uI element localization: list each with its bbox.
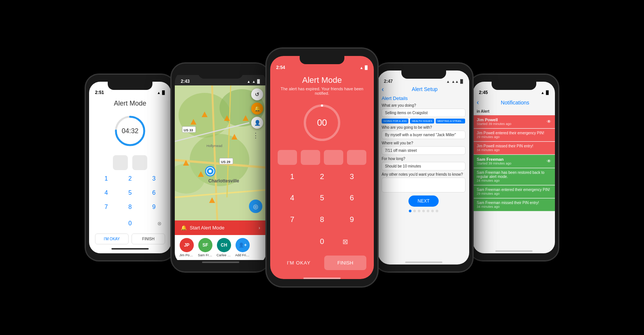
key-r8[interactable]: 8 <box>307 212 337 232</box>
phone-1: 2:51 ▲ ▉ Alert Mode 04:32 <box>85 74 175 261</box>
field-label-1: Who are you going to be with? <box>382 125 465 129</box>
what-doing-input[interactable]: Selling items on Craigslist <box>382 109 465 117</box>
svg-text:US 33: US 33 <box>184 128 193 132</box>
next-button[interactable]: NEXT <box>408 195 438 207</box>
notif-name-2: Jim Powell entered their emergency PIN! <box>477 131 551 135</box>
notif-item-1[interactable]: Jim Powell Started 39 minutes ago 👁 <box>473 115 555 128</box>
key-8[interactable]: 8 <box>119 201 141 213</box>
field-label-0: What are you doing? <box>382 103 465 107</box>
tag-health[interactable]: HEALTH ISSUES <box>410 119 434 123</box>
key-r9[interactable]: 9 <box>337 212 366 232</box>
notif-screen-title: Notifications <box>479 97 551 107</box>
friends-bar: JP Jim Powell SF Sam Freem... CH Carlee … <box>175 235 266 260</box>
svg-text:US 29: US 29 <box>221 160 230 164</box>
key-6[interactable]: 6 <box>143 187 165 199</box>
circle-timer-3: 00 <box>302 102 342 143</box>
phone-5-screen: 2:45 ▲ ▉ ‹ Notifications in Alert Jim Po… <box>473 82 555 253</box>
chevron-right-icon: › <box>259 225 260 231</box>
jp-avatar: JP <box>180 238 194 252</box>
phone-3: 2:54 ▲ ▉ Alert Mode The alert has expire… <box>266 48 378 287</box>
home-indicator-3 <box>303 278 341 279</box>
quick-tags: GOING FOR A JOG HEALTH ISSUES MEETING A … <box>382 119 465 123</box>
where-be-input[interactable]: 7/11 off main street <box>382 146 465 155</box>
bottom-btns-3: I'M OKAY FINISH <box>270 253 374 276</box>
notif-time-5: 24 minutes ago <box>477 179 551 182</box>
notif-name-6: Sam Freeman entered their emergency PIN! <box>477 188 551 192</box>
wifi-icon-5: ▲ <box>541 91 544 95</box>
refresh-icon-btn[interactable]: ↺ <box>251 88 263 100</box>
finish-button-3[interactable]: FINISH <box>324 256 366 270</box>
dot-6 <box>431 210 434 212</box>
key-r6[interactable]: 6 <box>337 190 366 210</box>
friend-ch[interactable]: CH Carlee Han... <box>217 238 231 257</box>
bottom-btns-1: I'M OKAY FINISH <box>89 231 171 247</box>
notif-item-4[interactable]: Sam Freeman Started 39 minutes ago 👁 <box>473 155 555 168</box>
notif-item-5[interactable]: Sam Freeman has been restored back to re… <box>473 168 555 185</box>
location-button[interactable]: ◎ <box>249 200 262 213</box>
okay-button-3[interactable]: I'M OKAY <box>278 256 320 270</box>
notif-item-6[interactable]: Sam Freeman entered their emergency PIN!… <box>473 185 555 198</box>
key-5[interactable]: 5 <box>119 187 141 199</box>
ch-avatar: CH <box>217 238 231 252</box>
key-3[interactable]: 3 <box>143 172 165 185</box>
key-r1[interactable]: 1 <box>278 169 307 189</box>
key-r3[interactable]: 3 <box>337 169 366 189</box>
key-r2[interactable]: 2 <box>307 169 337 189</box>
notes-textarea[interactable] <box>382 178 465 192</box>
person-icon-btn[interactable]: 👤 <box>251 117 263 129</box>
friend-sf[interactable]: SF Sam Freem... <box>198 238 213 257</box>
key-4[interactable]: 4 <box>95 187 117 199</box>
key-9[interactable]: 9 <box>143 201 165 213</box>
phone-2: 2:43 ▲ ▲ ▉ <box>171 63 270 272</box>
okay-button-1[interactable]: I'M OKAY <box>95 234 129 244</box>
key-delete-3[interactable]: ⊠ <box>324 238 366 246</box>
who-with-input[interactable]: By myself with a buyer named "Jack Mille… <box>382 131 465 139</box>
phones-container: 2:51 ▲ ▉ Alert Mode 04:32 <box>0 0 644 335</box>
map-area: Charlottesville US 33 US 29 Hollymead <box>175 85 266 220</box>
notif-header: ‹ Notifications <box>473 97 555 108</box>
dot-1 <box>409 210 411 212</box>
finish-button-1[interactable]: FINISH <box>132 234 165 244</box>
alert-setup-header: ‹ Alert Setup <box>378 85 469 96</box>
notch-5 <box>492 82 536 90</box>
friend-add[interactable]: 👤+ Add Friend <box>235 238 250 257</box>
friend-jp[interactable]: JP Jim Powell <box>179 238 194 257</box>
notif-item-3[interactable]: Jim Powell missed their PIN entry! 34 mi… <box>473 142 555 154</box>
field-label-3: For how long? <box>382 157 465 161</box>
status-icons-1: ▲ ▉ <box>157 91 165 95</box>
bell-icon-btn[interactable]: 🔔 <box>251 103 263 115</box>
notifications-list: Jim Powell Started 39 minutes ago 👁 Jim … <box>473 115 555 249</box>
pin-dot-3a <box>278 150 297 165</box>
key-r0[interactable]: 0 <box>320 234 324 250</box>
tag-jog[interactable]: GOING FOR A JOG <box>382 119 408 123</box>
add-friend-name: Add Friend <box>235 253 250 257</box>
notif-name-4: Sam Freeman <box>477 157 511 162</box>
time-2: 2:43 <box>181 79 190 84</box>
key-1[interactable]: 1 <box>95 172 117 185</box>
wifi-icon-2: ▲ <box>247 79 250 84</box>
key-0[interactable]: 0 <box>129 217 132 230</box>
key-2[interactable]: 2 <box>119 172 141 185</box>
field-label-2: Where will you be? <box>382 141 465 145</box>
eye-icon-1: 👁 <box>547 119 551 124</box>
battery-icon-2: ▉ <box>257 79 260 84</box>
map-toolbar: ↺ 🔔 👤 ⋮ <box>251 88 263 140</box>
notif-time-6: 29 minutes ago <box>477 192 551 195</box>
pin-dot-3d <box>347 150 366 165</box>
notif-item-7[interactable]: Sam Freeman missed their PIN entry! 34 m… <box>473 198 555 211</box>
notif-time-7: 34 minutes ago <box>477 205 551 209</box>
svg-point-28 <box>209 170 212 173</box>
start-alert-button[interactable]: 🔔 Start Alert Mode › <box>175 220 266 235</box>
tag-stranger[interactable]: MEETING A STRAN... <box>436 119 465 123</box>
alert-details-label: Alert Details <box>382 96 465 101</box>
key-delete-1[interactable]: ⊗ <box>154 220 165 226</box>
how-long-input[interactable]: Should be 10 minutes <box>382 162 465 170</box>
key-7[interactable]: 7 <box>95 201 117 213</box>
add-friend-avatar: 👤+ <box>236 238 250 252</box>
more-menu-btn[interactable]: ⋮ <box>251 131 260 140</box>
key-r4[interactable]: 4 <box>278 190 307 210</box>
dot-4 <box>422 210 425 212</box>
key-r7[interactable]: 7 <box>278 212 307 232</box>
key-r5[interactable]: 5 <box>307 190 337 210</box>
notif-item-2[interactable]: Jim Powell entered their emergency PIN! … <box>473 129 555 141</box>
